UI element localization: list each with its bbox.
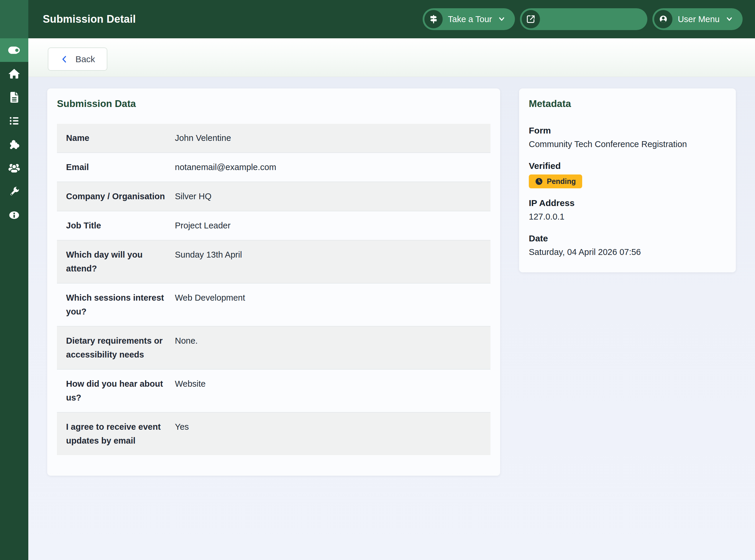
- meta-value-form: Community Tech Conference Registration: [529, 137, 726, 151]
- users-icon: [8, 161, 21, 175]
- row-label: Name: [57, 131, 175, 145]
- signpost-icon: [424, 10, 443, 28]
- toggle-icon: [8, 44, 21, 57]
- meta-group-verified: Verified Pending: [529, 159, 726, 188]
- row-label: Which day will you attend?: [57, 248, 175, 276]
- table-row: Which day will you attend? Sunday 13th A…: [57, 240, 490, 283]
- sidebar-item-home[interactable]: [0, 62, 28, 85]
- row-value: Yes: [175, 420, 490, 448]
- back-button[interactable]: Back: [48, 47, 108, 71]
- table-row: Dietary requirements or accessibility ne…: [57, 326, 490, 369]
- meta-label-form: Form: [529, 123, 726, 137]
- row-value: Website: [175, 377, 490, 405]
- row-value: Silver HQ: [175, 189, 490, 203]
- table-row: Name John Velentine: [57, 124, 490, 153]
- row-label: Which sessions interest you?: [57, 291, 175, 319]
- puzzle-icon: [8, 138, 21, 151]
- home-icon: [8, 67, 21, 80]
- chevron-down-icon: [725, 15, 734, 24]
- metadata-card: Metadata Form Community Tech Conference …: [519, 88, 736, 272]
- page-title: Submission Detail: [43, 13, 136, 25]
- sidebar-item-addons[interactable]: [0, 133, 28, 156]
- take-a-tour-label: Take a Tour: [448, 15, 492, 24]
- meta-value-ip: 127.0.0.1: [529, 210, 726, 224]
- chevron-left-icon: [60, 55, 69, 64]
- submission-data-card: Submission Data Name John Velentine Emai…: [47, 88, 500, 476]
- status-badge-pending: Pending: [529, 175, 582, 188]
- sidebar-item-tools[interactable]: [0, 180, 28, 203]
- row-value: John Velentine: [175, 131, 490, 145]
- wrench-icon: [8, 185, 21, 198]
- badge-label: Pending: [547, 177, 576, 186]
- document-icon: [8, 91, 21, 104]
- view-form-link-button[interactable]: [520, 8, 647, 30]
- sidebar-item-submissions[interactable]: [0, 85, 28, 109]
- table-row: How did you hear about us? Website: [57, 369, 490, 412]
- table-row: Email notanemail@example.com: [57, 153, 490, 182]
- row-label: Company / Organisation: [57, 189, 175, 203]
- metadata-title: Metadata: [529, 98, 726, 109]
- sidebar-item-entries-list[interactable]: [0, 109, 28, 133]
- row-value: Web Development: [175, 291, 490, 319]
- external-link-icon: [522, 10, 540, 28]
- meta-label-date: Date: [529, 232, 726, 245]
- submission-data-table: Name John Velentine Email notanemail@exa…: [57, 124, 490, 455]
- row-value: None.: [175, 334, 490, 362]
- sidebar-item-info[interactable]: [0, 203, 28, 227]
- table-row: I agree to receive event updates by emai…: [57, 412, 490, 455]
- user-avatar-icon: [654, 10, 673, 28]
- sidebar-item-forms-toggle[interactable]: [0, 38, 28, 62]
- take-a-tour-button[interactable]: Take a Tour: [423, 8, 515, 30]
- user-menu-label: User Menu: [678, 15, 720, 24]
- content-area: Submission Data Name John Velentine Emai…: [28, 77, 755, 560]
- table-row: Company / Organisation Silver HQ: [57, 182, 490, 211]
- row-label: How did you hear about us?: [57, 377, 175, 405]
- meta-label-ip: IP Address: [529, 196, 726, 210]
- top-header: Submission Detail Take a Tour: [28, 0, 755, 38]
- chevron-down-icon: [497, 15, 506, 24]
- row-value: Project Leader: [175, 219, 490, 233]
- app-root: Submission Detail Take a Tour: [0, 0, 755, 560]
- sidebar-corner: [0, 0, 28, 38]
- list-icon: [8, 114, 21, 127]
- clock-icon: [535, 177, 543, 185]
- meta-group-ip: IP Address 127.0.0.1: [529, 196, 726, 224]
- main-area: Submission Detail Take a Tour: [28, 0, 755, 560]
- table-row: Which sessions interest you? Web Develop…: [57, 283, 490, 326]
- row-label: Email: [57, 160, 175, 174]
- meta-group-form: Form Community Tech Conference Registrat…: [529, 123, 726, 151]
- meta-value-date: Saturday, 04 April 2026 07:56: [529, 245, 726, 259]
- meta-label-verified: Verified: [529, 159, 726, 173]
- row-value: Sunday 13th April: [175, 248, 490, 276]
- sidebar-item-users[interactable]: [0, 156, 28, 180]
- header-actions: Take a Tour: [423, 8, 742, 30]
- row-value: notanemail@example.com: [175, 160, 490, 174]
- row-label: Job Title: [57, 219, 175, 233]
- back-label: Back: [76, 54, 95, 64]
- toolbar: Back: [28, 38, 755, 77]
- row-label: I agree to receive event updates by emai…: [57, 420, 175, 448]
- user-menu-button[interactable]: User Menu: [652, 8, 742, 30]
- row-label: Dietary requirements or accessibility ne…: [57, 334, 175, 362]
- info-icon: [8, 209, 21, 222]
- sidebar: [0, 0, 28, 560]
- submission-data-title: Submission Data: [57, 98, 490, 109]
- meta-group-date: Date Saturday, 04 April 2026 07:56: [529, 232, 726, 259]
- table-row: Job Title Project Leader: [57, 211, 490, 240]
